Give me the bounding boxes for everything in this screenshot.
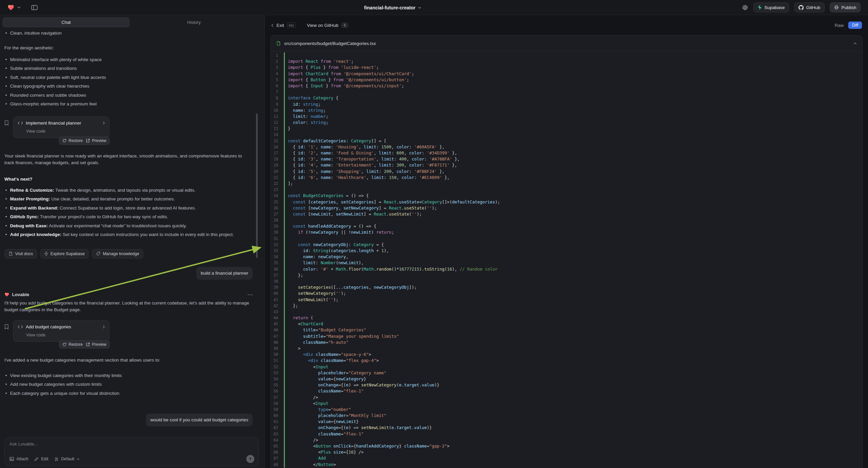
chat-input[interactable] <box>9 441 245 446</box>
preview-button[interactable]: Preview <box>86 138 106 143</box>
supabase-label: Supabase <box>764 5 785 10</box>
line-number: 11 <box>271 114 280 119</box>
user-message: would be cool if you could add budget ca… <box>146 414 253 427</box>
line-number: 6 <box>271 83 280 89</box>
code-text: limit: number; <box>285 114 328 119</box>
publish-label: Publish <box>841 5 856 10</box>
line-number: 29 <box>271 223 280 229</box>
file-added-icon <box>276 41 281 46</box>
settings-gear-icon[interactable] <box>742 4 748 11</box>
code-icon <box>18 121 23 125</box>
publish-button[interactable]: Publish <box>830 2 861 12</box>
toggle-sidebar-icon[interactable] <box>31 5 38 10</box>
code-text: <Input <box>285 364 328 370</box>
code-text: className="flex-1" <box>285 388 364 394</box>
line-number: 61 <box>271 419 280 425</box>
collapse-file-icon[interactable] <box>853 42 857 45</box>
view-on-github-link[interactable]: View on GitHub <box>307 23 339 28</box>
restore-icon <box>62 139 66 143</box>
chat-panel: Chat History Clean, intuitive navigation… <box>0 15 265 468</box>
globe-icon <box>834 5 839 10</box>
code-text: color: string; <box>285 119 328 125</box>
chevron-left-icon[interactable] <box>271 24 274 27</box>
view-code-link[interactable]: View code <box>26 332 105 339</box>
lovable-logo-icon[interactable] <box>7 4 14 11</box>
logo-menu-chevron-icon[interactable] <box>18 6 21 8</box>
bookmark-icon[interactable] <box>4 324 9 330</box>
preview-button[interactable]: Preview <box>86 342 106 347</box>
line-number: 54 <box>271 376 280 382</box>
code-line: 58 <Input <box>271 401 862 407</box>
chevron-right-icon <box>103 325 105 329</box>
line-number: 32 <box>271 242 280 248</box>
line-number: 53 <box>271 370 280 376</box>
mode-selector[interactable]: Default <box>54 457 80 461</box>
code-icon <box>18 325 23 329</box>
code-text: if (!newCategory || !newLimit) return; <box>285 229 394 235</box>
tab-history[interactable]: History <box>131 18 257 27</box>
code-line: 44 return ( <box>271 315 862 321</box>
diff-toggle[interactable]: Diff <box>848 22 862 29</box>
code-text: { id: '5', name: 'Shopping', limit: 200,… <box>285 169 444 175</box>
code-line: 12 color: string; <box>271 119 862 125</box>
code-line: 42 }; <box>271 303 862 309</box>
code-line: 21 { id: '6', name: 'Healthcare', limit:… <box>271 175 862 181</box>
chat-scrollbar-thumb[interactable] <box>256 114 258 258</box>
code-line: 61 value={newLimit} <box>271 419 862 425</box>
github-button[interactable]: GitHub <box>794 2 825 12</box>
project-title: financial-future-creator <box>364 5 415 10</box>
code-line: 46 title="Budget Categories" <box>271 327 862 333</box>
code-text: const [newLimit, setNewLimit] = React.us… <box>285 211 422 217</box>
line-number: 23 <box>271 187 280 193</box>
code-text: }; <box>285 272 303 278</box>
code-line: 57 /> <box>271 394 862 401</box>
restore-button[interactable]: Restore <box>62 138 83 143</box>
code-line: 5import { Button } from '@/components/ui… <box>271 77 862 83</box>
whats-next-item: Refine & Customize: Tweak the design, an… <box>4 187 253 194</box>
send-button[interactable] <box>246 455 254 463</box>
line-number: 7 <box>271 89 280 95</box>
code-text: const [categories, setCategories] = Reac… <box>285 199 500 205</box>
explore-supabase-button[interactable]: Explore Supabase <box>40 249 89 259</box>
bookmark-icon[interactable] <box>4 120 9 126</box>
code-viewer[interactable]: 12import React from 'react';3import { Pl… <box>271 51 862 468</box>
code-line: 25 const [categories, setCategories] = R… <box>271 199 862 205</box>
code-text: placeholder="Category name" <box>285 370 386 376</box>
code-line: 29 const handleAddCategory = () => { <box>271 223 862 229</box>
tab-chat[interactable]: Chat <box>3 18 129 27</box>
line-number: 27 <box>271 211 280 217</box>
view-code-link[interactable]: View code <box>26 128 105 135</box>
edit-button[interactable]: Edit <box>34 457 48 461</box>
document-icon <box>8 252 13 256</box>
restore-button[interactable]: Restore <box>62 342 83 347</box>
code-text: <div className="space-y-6"> <box>285 351 371 357</box>
message-options-icon[interactable] <box>248 294 253 295</box>
code-text: subtitle="Manage your spending limits" <box>285 333 399 340</box>
code-action-card[interactable]: Implement financial planner View code Re… <box>13 117 110 138</box>
code-line: 15const defaultCategories: Category[] = … <box>271 138 862 144</box>
raw-toggle[interactable]: Raw <box>834 23 843 28</box>
quick-actions: Visit docs Explore Supabase Manage knowl… <box>4 249 253 259</box>
code-text: className="h-auto" <box>285 340 349 346</box>
restore-label: Restore <box>68 342 83 347</box>
visit-docs-button[interactable]: Visit docs <box>4 249 37 259</box>
exit-button[interactable]: Exit <box>276 23 284 28</box>
code-line: 2import React from 'react'; <box>271 58 862 64</box>
attach-button[interactable]: Attach <box>9 457 28 461</box>
code-action-card[interactable]: Add budget categories View code Restore … <box>13 320 110 342</box>
code-lines: 12import React from 'react';3import { Pl… <box>271 52 862 468</box>
manage-knowledge-button[interactable]: Manage knowledge <box>92 249 143 259</box>
code-line: 16 { id: '1', name: 'Housing', limit: 15… <box>271 144 862 150</box>
chat-composer: Attach Edit Default <box>4 437 259 466</box>
code-panel: Exit esc View on GitHub 6 Raw Diff src/c… <box>265 15 868 468</box>
file-header[interactable]: src/components/budget/BudgetCategories.t… <box>271 36 862 51</box>
project-switcher[interactable]: financial-future-creator <box>364 0 421 15</box>
line-number: 35 <box>271 260 280 266</box>
code-line: 18 { id: '3', name: 'Transportation', li… <box>271 156 862 162</box>
code-text: { id: '2', name: 'Food & Dining', limit:… <box>285 150 457 156</box>
line-number: 46 <box>271 327 280 333</box>
supabase-button[interactable]: Supabase <box>753 2 789 12</box>
code-line: 43 <box>271 309 862 315</box>
code-line: 62 onChange={(e) => setNewLimit(e.target… <box>271 425 862 431</box>
code-line: 17 { id: '2', name: 'Food & Dining', lim… <box>271 150 862 156</box>
